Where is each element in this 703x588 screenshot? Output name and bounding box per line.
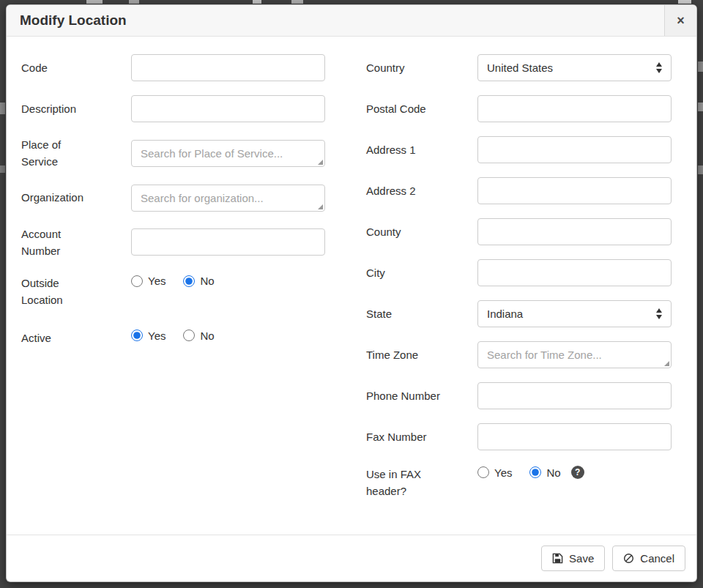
account-number-input[interactable] <box>131 228 325 256</box>
outside-location-no-radio[interactable] <box>183 275 195 287</box>
field-row-fax-number: Fax Number <box>366 423 682 450</box>
use-in-fax-header-no-option[interactable]: No <box>529 466 560 479</box>
field-row-description: Description <box>21 95 337 122</box>
dialog-footer: Save Cancel <box>7 535 696 581</box>
description-input[interactable] <box>131 95 325 122</box>
active-no-option[interactable]: No <box>183 330 214 342</box>
state-select-value: Indiana <box>487 308 523 320</box>
address1-input[interactable] <box>477 136 672 163</box>
country-select[interactable]: United States <box>477 54 672 81</box>
active-yes-option[interactable]: Yes <box>131 330 165 342</box>
cancel-button-label: Cancel <box>640 552 674 565</box>
address2-input[interactable] <box>477 177 672 204</box>
outside-location-no-option[interactable]: No <box>183 275 214 287</box>
dialog-title: Modify Location <box>7 5 140 36</box>
cancel-slash-circle-icon <box>623 553 634 564</box>
updown-arrows-icon <box>656 62 662 73</box>
time-zone-label: Time Zone <box>366 346 458 363</box>
field-row-county: County <box>366 218 682 245</box>
organization-label: Organization <box>21 189 98 206</box>
form-column-left: Code Description Place of Service Organi… <box>21 54 337 519</box>
use-in-fax-header-no-label: No <box>546 466 560 479</box>
cancel-button[interactable]: Cancel <box>612 546 685 571</box>
use-in-fax-header-label: Use in FAX header? <box>366 466 458 500</box>
field-row-state: State Indiana <box>366 300 682 327</box>
fax-number-label: Fax Number <box>366 428 458 445</box>
place-of-service-combobox <box>131 140 325 167</box>
outside-location-yes-option[interactable]: Yes <box>131 275 165 287</box>
active-yes-radio[interactable] <box>131 330 143 341</box>
phone-number-label: Phone Number <box>366 387 458 404</box>
country-label: Country <box>366 59 458 76</box>
county-input[interactable] <box>477 218 672 245</box>
field-row-address1: Address 1 <box>366 136 682 163</box>
close-icon[interactable]: × <box>664 5 696 36</box>
use-in-fax-header-radio-group: Yes No ? <box>477 466 682 479</box>
background-page-fragment <box>0 103 5 114</box>
form-column-right: Country United States Postal Code Addres… <box>366 54 682 519</box>
field-row-active: Active Yes No <box>21 328 337 346</box>
use-in-fax-header-yes-radio[interactable] <box>477 466 489 478</box>
outside-location-yes-radio[interactable] <box>131 275 143 287</box>
postal-code-input[interactable] <box>477 95 672 122</box>
outside-location-label: Outside Location <box>21 275 98 309</box>
code-label: Code <box>21 59 98 76</box>
background-page-fragment <box>0 165 5 173</box>
active-no-radio[interactable] <box>183 330 195 341</box>
field-row-country: Country United States <box>366 54 682 81</box>
place-of-service-search-input[interactable] <box>131 140 325 167</box>
background-page-fragment <box>253 0 261 4</box>
use-in-fax-header-no-radio[interactable] <box>529 466 541 478</box>
active-no-label: No <box>200 330 214 342</box>
city-label: City <box>366 264 458 281</box>
county-label: County <box>366 223 458 240</box>
outside-location-no-label: No <box>200 275 214 287</box>
save-floppy-icon <box>552 553 563 564</box>
active-yes-label: Yes <box>148 330 165 342</box>
code-input[interactable] <box>131 54 325 81</box>
background-page-fragment <box>678 0 691 4</box>
fax-number-input[interactable] <box>477 423 672 450</box>
state-label: State <box>366 305 458 322</box>
place-of-service-label: Place of Service <box>21 136 98 171</box>
field-row-postal-code: Postal Code <box>366 95 682 122</box>
field-row-outside-location: Outside Location Yes No <box>21 273 337 309</box>
background-page-fragment <box>698 62 703 72</box>
field-row-phone-number: Phone Number <box>366 382 682 409</box>
use-in-fax-header-yes-label: Yes <box>494 466 512 479</box>
field-row-address2: Address 2 <box>366 177 682 204</box>
field-row-code: Code <box>21 54 337 81</box>
address2-label: Address 2 <box>366 182 458 199</box>
address1-label: Address 1 <box>366 141 458 158</box>
field-row-account-number: Account Number <box>21 226 337 260</box>
help-icon[interactable]: ? <box>571 466 584 479</box>
save-button[interactable]: Save <box>541 546 605 571</box>
dialog-header: Modify Location × <box>7 5 696 37</box>
field-row-time-zone: Time Zone <box>366 341 682 368</box>
outside-location-yes-label: Yes <box>148 275 165 287</box>
field-row-place-of-service: Place of Service <box>21 136 337 171</box>
background-page-fragment <box>129 0 139 4</box>
updown-arrows-icon <box>656 308 662 319</box>
background-page-fragment <box>86 0 103 4</box>
postal-code-label: Postal Code <box>366 100 458 117</box>
background-page-fragment <box>698 165 703 174</box>
account-number-label: Account Number <box>21 226 98 260</box>
active-label: Active <box>21 330 98 346</box>
modify-location-dialog: Modify Location × Code Description Place… <box>6 4 697 582</box>
phone-number-input[interactable] <box>477 382 672 409</box>
time-zone-combobox <box>477 341 672 368</box>
country-select-value: United States <box>487 62 553 74</box>
background-page-fragment <box>291 0 303 4</box>
dialog-body: Code Description Place of Service Organi… <box>7 37 696 535</box>
organization-search-input[interactable] <box>131 185 325 212</box>
field-row-organization: Organization <box>21 185 337 212</box>
description-label: Description <box>21 100 98 117</box>
organization-combobox <box>131 185 325 212</box>
background-page-fragment <box>698 103 703 111</box>
time-zone-search-input[interactable] <box>477 341 672 368</box>
use-in-fax-header-yes-option[interactable]: Yes <box>477 466 512 479</box>
city-input[interactable] <box>477 259 672 286</box>
outside-location-radio-group: Yes No <box>131 275 337 287</box>
state-select[interactable]: Indiana <box>477 300 672 327</box>
